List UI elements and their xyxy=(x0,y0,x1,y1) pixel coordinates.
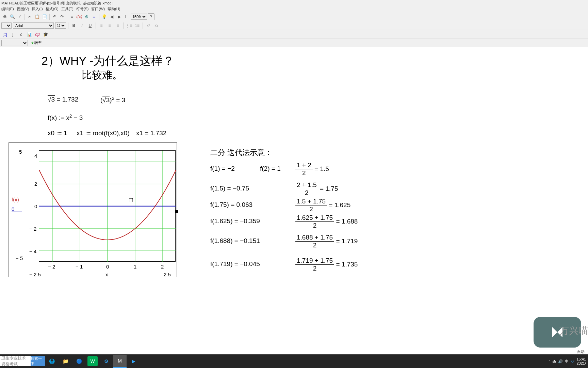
graph-icon[interactable]: 📊 xyxy=(26,31,33,38)
iter-5-f[interactable]: f(1.719) = −0.045 xyxy=(210,260,260,268)
taskbar-app1-icon[interactable]: ⚙ xyxy=(99,355,113,368)
taskbar-explorer-icon[interactable]: 📁 xyxy=(59,355,72,368)
minimize-button[interactable]: — xyxy=(575,1,580,5)
iter-1-f[interactable]: f(1.5) = −0.75 xyxy=(210,185,249,192)
iter-0-f[interactable]: f(1) = −2 xyxy=(210,165,235,172)
taskbar-mathcad-icon[interactable]: M xyxy=(113,355,127,368)
tray-chevron-icon[interactable]: ^ xyxy=(549,359,550,363)
menu-format[interactable]: 格式(O) xyxy=(46,6,59,12)
menu-symbol[interactable]: 符号(S) xyxy=(76,6,89,12)
menu-window[interactable]: 窗口(W) xyxy=(91,6,105,12)
unit-icon[interactable]: ⊕ xyxy=(83,13,90,20)
cut-icon[interactable]: ✂ xyxy=(26,13,33,20)
paste-icon[interactable]: 📄 xyxy=(41,13,48,20)
menu-edit[interactable]: 编辑(E) xyxy=(1,6,14,12)
bullets-icon[interactable]: ⋮≡ xyxy=(126,22,132,29)
matrix-icon[interactable]: [::] xyxy=(1,31,8,38)
function-icon[interactable]: f(x) xyxy=(76,13,83,20)
menu-insert[interactable]: 插入(I) xyxy=(32,6,43,12)
tray-ime-icon[interactable]: 中 xyxy=(565,359,569,364)
bold-icon[interactable]: B xyxy=(70,22,77,29)
iter-1-frac[interactable]: 2 + 1.52 = 1.75 xyxy=(295,181,338,197)
plot-region[interactable]: 5 f(x) 0 − 5 4 2 0 − 2 − 4 − 2 − 1 0 1 2… xyxy=(9,142,177,277)
align-left-icon[interactable]: ≡ xyxy=(98,22,105,29)
print-icon[interactable]: 🖶 xyxy=(1,13,8,20)
bisection-title: 二分 迭代法示意： xyxy=(210,148,272,158)
copy-icon[interactable]: 📋 xyxy=(34,13,40,20)
eq-sqrt3-squared[interactable]: (√3)2 = 3 xyxy=(100,96,125,104)
eq-x1-def[interactable]: x1 := root(f(x0),x0) xyxy=(77,129,130,137)
taskbar-wps-icon[interactable]: W xyxy=(87,356,98,366)
size-select[interactable]: 10 xyxy=(55,22,66,29)
tray-time[interactable]: 15:41 xyxy=(576,357,586,361)
nav-select[interactable] xyxy=(1,40,28,46)
eq-x0[interactable]: x0 := 1 xyxy=(48,129,67,137)
taskbar-sogou-icon[interactable]: 🔵 xyxy=(72,355,86,368)
align-center-icon[interactable]: ≡ xyxy=(106,22,113,29)
tray-date[interactable]: 2021/ xyxy=(576,361,586,365)
check-icon[interactable]: ✓ xyxy=(16,13,23,20)
align-right-icon[interactable]: ≡ xyxy=(114,22,121,29)
iter-3-frac[interactable]: 1.625 + 1.752 = 1.688 xyxy=(295,214,358,229)
taskbar-app2-icon[interactable]: ▶ xyxy=(127,355,140,368)
zoom-select[interactable]: 150% xyxy=(131,14,147,20)
eq-fx-def[interactable]: f(x) := x2 − 3 xyxy=(48,113,83,122)
status-bar: 自动 xyxy=(577,349,585,354)
legend-line xyxy=(12,212,22,212)
taskbar-search-button[interactable]: 搜索一下 xyxy=(31,356,45,366)
xtick-0: 0 xyxy=(106,264,109,270)
tray-volume-icon[interactable]: 🔊 xyxy=(558,359,563,364)
plot-handle[interactable] xyxy=(176,210,178,213)
xtick-m1: − 1 xyxy=(76,264,83,270)
box-icon[interactable]: ☐ xyxy=(123,13,130,20)
iter-2-frac[interactable]: 1.5 + 1.752 = 1.625 xyxy=(295,198,350,213)
section-subheading: 比较难。 xyxy=(82,68,122,82)
greek-icon[interactable]: αβ xyxy=(34,31,41,38)
section-heading: 2）WHY -为什么是这样？ xyxy=(42,53,174,69)
y-label-fx: f(x) xyxy=(12,197,19,202)
help-icon[interactable]: ? xyxy=(148,13,154,20)
preview-icon[interactable]: 🔍 xyxy=(9,13,16,20)
calc-icon[interactable]: 💡 xyxy=(101,13,108,20)
watermark-text: 万兴喵 xyxy=(559,324,588,337)
iter-5-frac[interactable]: 1.719 + 1.752 = 1.735 xyxy=(295,257,358,272)
tray-network-icon[interactable]: 🖧 xyxy=(552,359,556,363)
equals-icon[interactable]: = xyxy=(91,13,98,20)
y-lower-limit: − 5 xyxy=(16,255,23,261)
prev-icon[interactable]: ◀ xyxy=(108,13,115,20)
menu-help[interactable]: 帮助(H) xyxy=(108,6,120,12)
iter-2-f[interactable]: f(1.75) = 0.063 xyxy=(210,201,252,209)
eq-x1-val[interactable]: x1 = 1.732 xyxy=(136,129,166,137)
font-select[interactable]: Arial xyxy=(13,22,54,29)
menu-tools[interactable]: 工具(T) xyxy=(61,6,74,12)
style-select[interactable] xyxy=(1,22,12,29)
inequality-icon[interactable]: ≤ xyxy=(18,31,24,38)
numbers-icon[interactable]: 1≡ xyxy=(134,22,141,29)
redo-icon[interactable]: ↷ xyxy=(59,13,65,20)
xtick-2: 2 xyxy=(161,264,164,270)
taskbar-search[interactable]: 卫生专业技术资格考试 xyxy=(0,356,31,366)
underline-icon[interactable]: U xyxy=(87,22,94,29)
document-content[interactable]: 2）WHY -为什么是这样？ 比较难。 √3 = 1.732 (√3)2 = 3… xyxy=(0,47,588,354)
system-tray: ^ 🖧 🔊 中 🛡 15:41 2021/ xyxy=(546,354,588,368)
align-icon[interactable]: ≡ xyxy=(68,13,75,20)
iter-3-f[interactable]: f(1.625) = −0.359 xyxy=(210,217,260,225)
tray-shield-icon[interactable]: 🛡 xyxy=(571,359,574,363)
menu-view[interactable]: 视图(V) xyxy=(17,6,29,12)
iter-0-frac[interactable]: 1 + 22 = 1.5 xyxy=(295,162,329,177)
iter-4-f[interactable]: f(1.688) = −0.151 xyxy=(210,237,260,245)
taskbar-browser-icon[interactable]: 🌐 xyxy=(45,355,59,368)
subscript-icon[interactable]: x₂ xyxy=(153,22,160,29)
undo-icon[interactable]: ↶ xyxy=(51,13,58,20)
symbolic-icon[interactable]: 🎓 xyxy=(42,31,49,38)
iter-0-f2[interactable]: f(2) = 1 xyxy=(260,165,281,172)
italic-icon[interactable]: I xyxy=(79,22,85,29)
integral-icon[interactable]: ∫ xyxy=(10,31,16,38)
eq-sqrt3[interactable]: √3 = 1.732 xyxy=(48,96,78,103)
goto-button[interactable]: ➜转至 xyxy=(29,40,43,46)
superscript-icon[interactable]: x² xyxy=(145,22,152,29)
next-icon[interactable]: ▶ xyxy=(116,13,122,20)
standard-toolbar: 🖶 🔍 ✓ ✂ 📋 📄 ↶ ↷ ≡ f(x) ⊕ = 💡 ◀ ▶ ☐ 150% … xyxy=(0,12,588,21)
math-toolbar: [::] ∫ ≤ 📊 αβ 🎓 xyxy=(0,30,588,39)
iter-4-frac[interactable]: 1.688 + 1.752 = 1.719 xyxy=(295,234,358,249)
